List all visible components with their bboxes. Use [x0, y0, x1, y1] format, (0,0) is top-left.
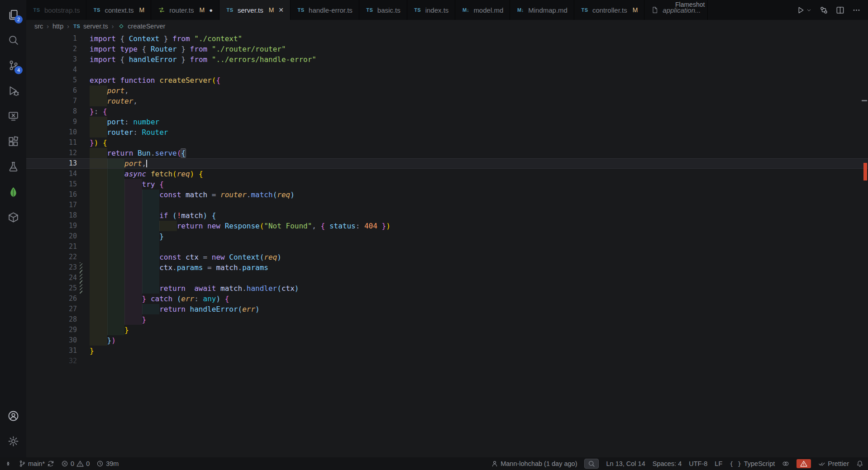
breadcrumb-item-server.ts[interactable]: TSserver.ts — [73, 23, 108, 30]
line-number[interactable]: 19 — [26, 221, 77, 231]
activity-item-remote-explorer[interactable] — [0, 103, 26, 128]
status-eol[interactable]: LF — [715, 460, 722, 467]
code-line-30[interactable]: 30}) — [26, 335, 868, 346]
code-line-13[interactable]: 13port, — [26, 158, 868, 169]
line-number[interactable]: 29 — [26, 325, 77, 335]
code-line-text[interactable]: return Bun.serve({ — [90, 148, 186, 158]
tab-basic.ts[interactable]: TSbasic.ts — [359, 0, 407, 20]
code-line-3[interactable]: 3import { handleError } from "../errors/… — [26, 54, 868, 65]
code-line-22[interactable]: 22const ctx = new Context(req) — [26, 252, 868, 262]
line-number[interactable]: 6 — [26, 85, 77, 96]
tab-handle-error.ts[interactable]: TShandle-error.ts — [291, 0, 359, 20]
line-number[interactable]: 14 — [26, 169, 77, 179]
code-line-28[interactable]: 28} — [26, 314, 868, 325]
code-line-text[interactable]: } — [90, 231, 164, 242]
line-number[interactable]: 5 — [26, 75, 77, 85]
code-line-text[interactable]: import { Context } from "./context" — [90, 33, 242, 44]
activity-item-manage[interactable] — [0, 428, 26, 454]
status-remote-indicator[interactable] — [5, 460, 12, 467]
code-line-text[interactable]: } — [90, 314, 146, 325]
status-timer[interactable]: 39m — [96, 460, 119, 467]
code-line-text[interactable]: router, — [90, 96, 138, 106]
code-line-24[interactable]: 24 — [26, 273, 868, 283]
line-number[interactable]: 21 — [26, 242, 77, 252]
tab-router.ts[interactable]: router.tsM● — [151, 0, 219, 20]
tab-controller.ts[interactable]: TScontroller.tsM — [574, 0, 644, 20]
split-editor-button[interactable] — [836, 6, 844, 14]
code-line-text[interactable]: return await match.handler(ctx) — [90, 283, 299, 294]
code-line-text[interactable]: return handleError(err) — [90, 304, 260, 314]
line-number[interactable]: 2 — [26, 44, 77, 54]
run-file-button[interactable] — [796, 6, 812, 14]
code-line-27[interactable]: 27return handleError(err) — [26, 304, 868, 314]
line-number[interactable]: 22 — [26, 252, 77, 262]
line-number[interactable]: 12 — [26, 148, 77, 158]
code-line-text[interactable]: port, — [90, 159, 147, 168]
code-line-text[interactable]: return new Response("Not Found", { statu… — [90, 221, 391, 231]
line-number[interactable]: 13 — [26, 159, 77, 168]
line-number[interactable]: 17 — [26, 200, 77, 210]
tab-server.ts[interactable]: TSserver.tsM✕ — [219, 0, 291, 20]
line-number[interactable]: 18 — [26, 210, 77, 221]
line-number[interactable]: 32 — [26, 356, 77, 366]
activity-item-accounts[interactable] — [0, 403, 26, 428]
code-line-6[interactable]: 6port, — [26, 85, 868, 96]
activity-item-explorer[interactable]: 2 — [0, 2, 26, 27]
tab-Mindmap.md[interactable]: M↓Mindmap.md — [510, 0, 574, 20]
code-line-29[interactable]: 29} — [26, 325, 868, 335]
code-line-text[interactable]: }: { — [90, 106, 107, 117]
code-line-text[interactable]: }) — [90, 335, 116, 346]
more-actions-button[interactable] — [852, 6, 861, 14]
tab-index.ts[interactable]: TSindex.ts — [407, 0, 456, 20]
activity-item-source-control[interactable]: 4 — [0, 52, 26, 78]
status-encoding[interactable]: UTF-8 — [689, 460, 707, 467]
code-line-text[interactable]: } — [90, 325, 129, 335]
tab-context.ts[interactable]: TScontext.tsM — [86, 0, 151, 20]
activity-item-run-and-debug[interactable] — [0, 78, 26, 103]
code-line-20[interactable]: 20} — [26, 231, 868, 242]
code-line-32[interactable]: 32 — [26, 356, 868, 366]
code-line-text[interactable]: } — [90, 346, 94, 356]
code-line-12[interactable]: 12return Bun.serve({ — [26, 148, 868, 158]
line-number[interactable]: 24 — [26, 273, 77, 283]
status-problems[interactable]: 00 — [61, 460, 90, 467]
code-line-1[interactable]: 1import { Context } from "./context" — [26, 33, 868, 44]
code-line-18[interactable]: 18if (!match) { — [26, 210, 868, 221]
code-line-text[interactable]: router: Router — [90, 127, 168, 138]
code-line-16[interactable]: 16const match = router.match(req) — [26, 190, 868, 200]
code-line-4[interactable]: 4 — [26, 65, 868, 75]
code-line-25[interactable]: 25return await match.handler(ctx) — [26, 283, 868, 294]
activity-item-testing[interactable] — [0, 154, 26, 179]
breadcrumb-item-createServer[interactable]: createServer — [117, 23, 165, 30]
breadcrumb-item-src[interactable]: src — [34, 23, 43, 30]
line-number[interactable]: 23 — [26, 262, 77, 273]
line-number[interactable]: 27 — [26, 304, 77, 314]
code-line-text[interactable]: const match = router.match(req) — [90, 190, 295, 200]
code-line-8[interactable]: 8}: { — [26, 106, 868, 117]
tab-application...[interactable]: application... — [644, 0, 707, 20]
status-extension-status[interactable] — [782, 460, 789, 467]
line-number[interactable]: 16 — [26, 190, 77, 200]
code-line-text[interactable] — [90, 200, 159, 210]
dirty-dot-icon[interactable]: ● — [209, 7, 213, 14]
line-number[interactable]: 9 — [26, 117, 77, 127]
code-line-2[interactable]: 2import type { Router } from "./router/r… — [26, 44, 868, 54]
status-prettier[interactable]: Prettier — [818, 460, 849, 467]
code-line-text[interactable]: import { handleError } from "../errors/h… — [90, 54, 316, 65]
code-line-9[interactable]: 9port: number — [26, 117, 868, 127]
code-line-10[interactable]: 10router: Router — [26, 127, 868, 138]
code-line-11[interactable]: 11}) { — [26, 138, 868, 148]
line-number[interactable]: 20 — [26, 231, 77, 242]
code-line-21[interactable]: 21 — [26, 242, 868, 252]
code-line-text[interactable]: port, — [90, 85, 129, 96]
line-number[interactable]: 25 — [26, 283, 77, 294]
activity-item-extensions[interactable] — [0, 128, 26, 154]
code-line-text[interactable]: if (!match) { — [90, 210, 216, 221]
code-line-text[interactable]: ctx.params = match.params — [90, 262, 268, 273]
status-cursor-position[interactable]: Ln 13, Col 14 — [606, 460, 645, 467]
code-line-23[interactable]: 23ctx.params = match.params — [26, 262, 868, 273]
status-indentation[interactable]: Spaces: 4 — [653, 460, 682, 467]
activity-item-containers[interactable] — [0, 204, 26, 230]
status-language-mode[interactable]: { }TypeScript — [730, 460, 775, 467]
line-number[interactable]: 11 — [26, 138, 77, 148]
